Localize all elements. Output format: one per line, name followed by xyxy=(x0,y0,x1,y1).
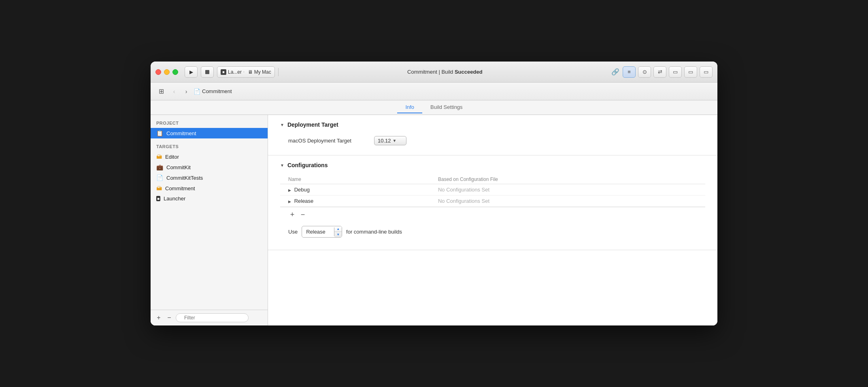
macos-deployment-dropdown[interactable]: 10.12 ▼ xyxy=(374,136,406,145)
sidebar: PROJECT 📋 Commitment TARGETS 🏔 Editor 💼 … xyxy=(151,115,268,325)
configurations-disclosure[interactable]: ▼ xyxy=(280,163,284,168)
expand-icon-release[interactable]: ▶ xyxy=(288,200,291,204)
sidebar-item-commitment-target[interactable]: 🏔 Commitment xyxy=(151,183,268,194)
macos-deployment-label: macOS Deployment Target xyxy=(288,138,369,144)
chevron-icon: › xyxy=(243,70,245,74)
editor-view-button[interactable]: ≡ xyxy=(623,66,636,78)
configurations-section-title: Configurations xyxy=(287,162,328,168)
config-row-release: ▶ Release xyxy=(280,196,430,207)
deployment-target-row: macOS Deployment Target 10.12 ▼ xyxy=(280,134,705,147)
device-label: My Mac xyxy=(254,69,271,75)
sidebar-item-commitkittests[interactable]: 📄 CommitKitTests xyxy=(151,172,268,183)
config-based-on-release: No Configurations Set xyxy=(430,196,705,207)
add-target-button[interactable]: + xyxy=(155,314,163,322)
configurations-section-header: ▼ Configurations xyxy=(280,162,705,168)
stepper-down[interactable]: ▼ xyxy=(334,232,342,237)
main-area: PROJECT 📋 Commitment TARGETS 🏔 Editor 💼 … xyxy=(151,115,717,325)
file-icon: 📄 xyxy=(194,88,200,95)
config-name-release: Release xyxy=(294,198,314,204)
titlebar-right-controls: ≡ ⊙ ⇄ ▭ ▭ ▭ xyxy=(623,66,713,78)
status-bar: Commitment | Build Succeeded xyxy=(282,69,608,75)
expand-icon[interactable]: ▶ xyxy=(288,188,291,192)
use-label: Use xyxy=(288,229,298,235)
status-project-name: Commitment xyxy=(407,69,437,75)
fullscreen-button[interactable] xyxy=(172,69,178,75)
titlebar: ▶ ■ La...er › 🖥 My Mac Commitment | Buil… xyxy=(151,62,717,83)
back-forward-button[interactable]: ⇄ xyxy=(653,66,666,78)
status-build-label: Build xyxy=(441,69,455,75)
breadcrumb-label: Commitment xyxy=(202,88,232,94)
table-row[interactable]: ▶ Release No Configurations Set xyxy=(280,196,705,207)
traffic-lights xyxy=(155,69,178,75)
configurations-section: ▼ Configurations Name Based on Configura… xyxy=(268,155,717,250)
stop-icon xyxy=(205,70,209,74)
configurations-table: Name Based on Configuration File ▶ Debug… xyxy=(280,175,705,207)
commitment-target-label: Commitment xyxy=(165,185,195,191)
add-config-button[interactable]: + xyxy=(288,211,296,219)
forward-button[interactable]: › xyxy=(181,87,191,96)
secondary-toolbar: ⊞ ‹ › 📄 Commitment xyxy=(151,83,717,100)
history-button[interactable]: ⊙ xyxy=(638,66,651,78)
config-actions: + − xyxy=(280,207,705,222)
link-icon[interactable]: 🔗 xyxy=(611,68,619,76)
tabs-bar: Info Build Settings xyxy=(151,100,717,115)
launcher-icon: ■ xyxy=(156,196,160,201)
content-panel: ▼ Deployment Target macOS Deployment Tar… xyxy=(268,115,717,325)
dropdown-arrow-icon: ▼ xyxy=(393,138,397,143)
config-based-on-debug: No Configurations Set xyxy=(430,184,705,196)
device-icon: 🖥 xyxy=(248,69,253,75)
config-name-debug: Debug xyxy=(294,187,310,193)
tab-build-settings[interactable]: Build Settings xyxy=(422,102,471,113)
deployment-disclosure[interactable]: ▼ xyxy=(280,123,284,127)
minimize-button[interactable] xyxy=(164,69,170,75)
remove-config-button[interactable]: − xyxy=(299,211,307,219)
main-window: ▶ ■ La...er › 🖥 My Mac Commitment | Buil… xyxy=(151,62,717,325)
editor-icon: 🏔 xyxy=(156,153,162,160)
deployment-section: ▼ Deployment Target macOS Deployment Tar… xyxy=(268,115,717,155)
deployment-value: 10.12 xyxy=(378,138,391,144)
stepper-up[interactable]: ▲ xyxy=(334,226,342,232)
commitkit-label: CommitKit xyxy=(166,164,191,170)
deployment-section-header: ▼ Deployment Target xyxy=(280,121,705,128)
stop-button[interactable] xyxy=(201,66,214,78)
commitment-target-icon: 🏔 xyxy=(156,185,162,191)
layout-button-3[interactable]: ▭ xyxy=(700,66,713,78)
editor-label: Editor xyxy=(165,154,179,160)
tab-info[interactable]: Info xyxy=(397,102,422,113)
play-icon: ▶ xyxy=(189,69,193,75)
scheme-selector[interactable]: ■ La...er › 🖥 My Mac xyxy=(217,66,275,78)
status-build-result: Succeeded xyxy=(455,69,483,75)
stepper-arrows: ▲ ▼ xyxy=(334,226,342,237)
play-button[interactable]: ▶ xyxy=(185,66,198,78)
layout-button-2[interactable]: ▭ xyxy=(684,66,697,78)
close-button[interactable] xyxy=(155,69,161,75)
use-value: Release xyxy=(302,228,334,236)
use-row: Use Release ▲ ▼ for command-line builds xyxy=(280,222,705,242)
sidebar-item-commitkit[interactable]: 💼 CommitKit xyxy=(151,162,268,172)
launcher-label: Launcher xyxy=(164,196,185,202)
deployment-section-title: Deployment Target xyxy=(287,121,338,128)
layout-button-1[interactable]: ▭ xyxy=(669,66,682,78)
use-suffix: for command-line builds xyxy=(346,229,402,235)
back-button[interactable]: ‹ xyxy=(169,87,179,96)
table-row[interactable]: ▶ Debug No Configurations Set xyxy=(280,184,705,196)
breadcrumb: 📄 Commitment xyxy=(194,88,232,95)
sidebar-item-commitment-project[interactable]: 📋 Commitment xyxy=(151,128,268,138)
filter-input[interactable] xyxy=(176,313,249,322)
filter-wrapper: ⊙ xyxy=(176,313,264,322)
use-configuration-selector[interactable]: Release ▲ ▼ xyxy=(302,226,342,238)
commitkit-icon: 💼 xyxy=(156,164,163,170)
remove-target-button[interactable]: − xyxy=(165,314,173,322)
config-row-debug: ▶ Debug xyxy=(280,184,430,196)
sidebar-item-launcher[interactable]: ■ Launcher xyxy=(151,194,268,204)
col-header-name: Name xyxy=(280,175,430,184)
scheme-label: La...er xyxy=(228,69,242,75)
project-item-label: Commitment xyxy=(166,130,196,136)
targets-section-header: TARGETS xyxy=(151,138,268,151)
sidebar-item-editor[interactable]: 🏔 Editor xyxy=(151,151,268,162)
project-icon: 📋 xyxy=(156,130,163,136)
sidebar-bottom: + − ⊙ xyxy=(151,310,268,325)
navigator-toggle[interactable]: ⊞ xyxy=(155,86,167,97)
scheme-icon: ■ xyxy=(221,69,226,75)
tests-icon: 📄 xyxy=(156,174,163,181)
